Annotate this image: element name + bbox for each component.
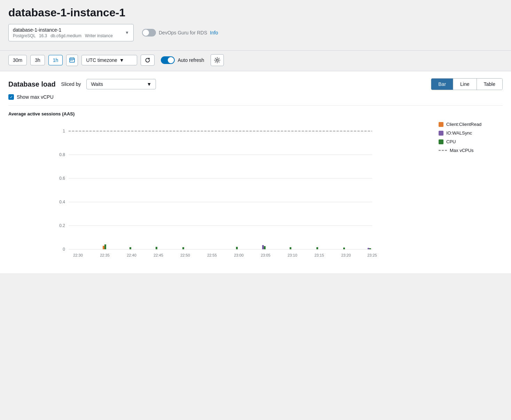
svg-text:23:25: 23:25 <box>367 253 377 257</box>
svg-rect-23 <box>156 247 157 249</box>
instance-selector-row: database-1-instance-1 PostgreSQL 16.3 db… <box>8 24 503 41</box>
legend-item-clientread: Client:ClientRead <box>439 122 503 127</box>
svg-rect-20 <box>103 246 104 249</box>
legend-item-cpu: CPU <box>439 139 503 144</box>
legend-color-clientread <box>439 122 443 127</box>
svg-text:23:00: 23:00 <box>234 253 244 257</box>
svg-text:0.4: 0.4 <box>59 200 65 204</box>
auto-refresh-row: Auto refresh <box>161 56 204 64</box>
svg-rect-26 <box>262 245 264 249</box>
toggle-knob <box>143 30 149 36</box>
instance-select-content: database-1-instance-1 PostgreSQL 16.3 db… <box>13 27 113 38</box>
svg-text:23:10: 23:10 <box>288 253 297 257</box>
svg-text:0.6: 0.6 <box>59 176 65 181</box>
auto-refresh-label: Auto refresh <box>178 57 204 63</box>
legend-color-cpu <box>439 139 443 144</box>
svg-text:0: 0 <box>63 247 65 252</box>
svg-text:23:15: 23:15 <box>314 253 324 257</box>
legend-label-clientread: Client:ClientRead <box>446 122 481 127</box>
chart-type-buttons: Bar Line Table <box>431 78 503 90</box>
sliced-by-select[interactable]: Waits ▼ <box>86 79 156 89</box>
chart-container: Average active sessions (AAS) 1 0.8 0.6 … <box>8 105 503 266</box>
legend-label-cpu: CPU <box>446 139 456 144</box>
svg-text:22:35: 22:35 <box>100 253 110 257</box>
timezone-label: UTC timezone <box>86 57 117 63</box>
svg-rect-25 <box>236 247 238 249</box>
svg-rect-31 <box>368 248 369 249</box>
devops-guru-info-link[interactable]: Info <box>210 30 218 35</box>
instance-dropdown-arrow: ▼ <box>125 30 129 35</box>
chart-type-bar[interactable]: Bar <box>431 79 453 90</box>
page-title: database-1-instance-1 <box>8 6 503 19</box>
svg-text:0.2: 0.2 <box>59 223 65 228</box>
auto-refresh-toggle[interactable] <box>161 56 175 64</box>
svg-rect-28 <box>290 247 291 249</box>
sliced-by-value: Waits <box>91 81 103 87</box>
legend-label-maxvcpu: Max vCPUs <box>450 148 474 153</box>
svg-point-6 <box>216 59 218 61</box>
legend-item-walsync: IO:WALSync <box>439 130 503 136</box>
svg-text:0.8: 0.8 <box>59 152 65 157</box>
svg-text:22:45: 22:45 <box>154 253 163 257</box>
chart-type-table[interactable]: Table <box>477 79 502 90</box>
svg-rect-22 <box>129 247 131 249</box>
devops-guru-label: DevOps Guru for RDS <box>159 30 207 35</box>
chart-title: Average active sessions (AAS) <box>8 111 433 116</box>
timezone-arrow: ▼ <box>119 57 124 63</box>
svg-rect-5 <box>72 60 72 61</box>
page-wrapper: database-1-instance-1 database-1-instanc… <box>0 0 511 420</box>
chart-type-line[interactable]: Line <box>453 79 477 90</box>
legend-color-walsync <box>439 131 443 136</box>
checkbox-check: ✓ <box>10 95 13 99</box>
sliced-by-arrow: ▼ <box>147 81 152 87</box>
svg-text:22:40: 22:40 <box>127 253 136 257</box>
sliced-by-label: Sliced by <box>61 81 81 87</box>
svg-text:1: 1 <box>63 129 65 134</box>
show-max-vcpu-label: Show max vCPU <box>17 94 54 100</box>
refresh-icon <box>144 57 151 63</box>
svg-text:22:50: 22:50 <box>180 253 190 257</box>
database-load-section: Database load Sliced by Waits ▼ Bar Line… <box>8 78 503 266</box>
gear-icon <box>214 57 221 64</box>
svg-rect-4 <box>70 60 71 61</box>
chart-area: Average active sessions (AAS) 1 0.8 0.6 … <box>8 111 433 266</box>
legend-dashed-maxvcpu <box>439 150 447 151</box>
svg-rect-29 <box>316 247 318 249</box>
instance-select-box[interactable]: database-1-instance-1 PostgreSQL 16.3 db… <box>8 24 134 41</box>
svg-text:22:30: 22:30 <box>73 253 83 257</box>
legend-area: Client:ClientRead IO:WALSync CPU Max vCP… <box>433 111 503 266</box>
header-section: database-1-instance-1 database-1-instanc… <box>0 0 511 51</box>
db-load-title: Database load <box>8 80 56 88</box>
auto-refresh-knob <box>168 57 174 63</box>
legend-item-maxvcpu: Max vCPUs <box>439 148 503 153</box>
svg-text:23:05: 23:05 <box>261 253 270 257</box>
calendar-icon <box>69 57 75 63</box>
refresh-button[interactable] <box>141 55 155 66</box>
time-btn-1h[interactable]: 1h <box>48 55 63 65</box>
svg-text:22:55: 22:55 <box>207 253 217 257</box>
devops-guru-row: DevOps Guru for RDS Info <box>142 29 218 37</box>
db-load-header: Database load Sliced by Waits ▼ Bar Line… <box>8 78 503 90</box>
legend-label-walsync: IO:WALSync <box>446 130 472 136</box>
time-btn-3h[interactable]: 3h <box>30 55 45 65</box>
svg-rect-30 <box>343 248 345 249</box>
svg-rect-27 <box>264 246 266 249</box>
svg-rect-32 <box>369 248 371 249</box>
show-max-vcpu-row: ✓ Show max vCPU <box>8 94 503 100</box>
main-content: Database load Sliced by Waits ▼ Bar Line… <box>0 71 511 273</box>
time-btn-calendar[interactable] <box>66 55 78 66</box>
instance-meta: PostgreSQL 16.3 db.c6gd.medium Writer in… <box>13 33 113 38</box>
svg-rect-21 <box>104 244 106 249</box>
aas-chart: 1 0.8 0.6 0.4 0.2 0 <box>8 119 433 265</box>
instance-select-main: database-1-instance-1 PostgreSQL 16.3 db… <box>13 27 129 38</box>
show-max-vcpu-checkbox[interactable]: ✓ <box>8 94 14 100</box>
timezone-select[interactable]: UTC timezone ▼ <box>81 55 137 65</box>
instance-name: database-1-instance-1 <box>13 27 113 33</box>
svg-text:23:20: 23:20 <box>341 253 351 257</box>
toolbar-row: 30m 3h 1h UTC timezone ▼ <box>0 51 511 71</box>
svg-rect-24 <box>182 247 184 249</box>
settings-button[interactable] <box>211 54 224 66</box>
devops-guru-toggle[interactable] <box>142 29 156 37</box>
time-btn-30m[interactable]: 30m <box>8 55 27 65</box>
